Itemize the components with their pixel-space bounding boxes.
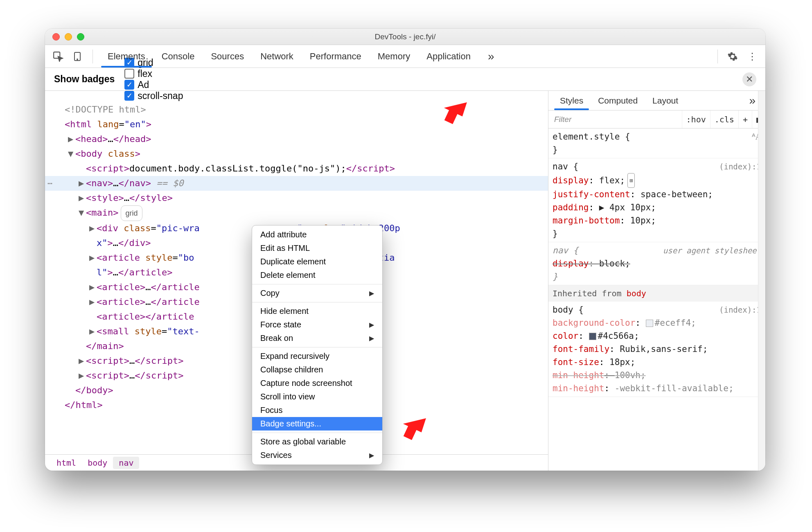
window-title: DevTools - jec.fyi/ (45, 32, 765, 41)
tab-console[interactable]: Console (153, 45, 203, 68)
dom-node[interactable]: ▶<style>…</style> (45, 191, 548, 205)
show-badges-label: Show badges (54, 74, 115, 85)
context-menu-item[interactable]: Duplicate element (252, 255, 382, 268)
styles-rules[interactable]: element.style {ᴬA}(index):1nav { display… (548, 128, 765, 471)
annotation-arrow-icon (393, 405, 430, 449)
context-menu-item[interactable]: Expand recursively (252, 349, 382, 363)
tab-performance[interactable]: Performance (302, 45, 370, 68)
dom-node[interactable]: ▼<main>grid (45, 205, 548, 221)
styles-scrollbar[interactable] (758, 91, 765, 471)
main-toolbar: ElementsConsoleSourcesNetworkPerformance… (45, 45, 765, 68)
svg-point-2 (77, 59, 78, 60)
context-menu-item[interactable]: Add attribute (252, 228, 382, 241)
minimize-window-button[interactable] (65, 33, 72, 41)
badge-checkbox-flex[interactable]: flex (124, 68, 183, 79)
context-menu-item[interactable]: Focus (252, 404, 382, 417)
styles-toolbar-button[interactable]: :hov (682, 110, 710, 128)
context-menu-item[interactable]: Copy▶ (252, 286, 382, 300)
badge-checkbox-ad[interactable]: ✓Ad (124, 79, 183, 90)
tab-memory[interactable]: Memory (370, 45, 418, 68)
context-menu-item[interactable]: Store as global variable (252, 435, 382, 449)
context-menu-item[interactable]: Edit as HTML (252, 241, 382, 255)
dom-node[interactable]: <!DOCTYPE html> (45, 102, 548, 117)
annotation-arrow-icon (434, 89, 471, 133)
context-menu-item[interactable]: Delete element (252, 268, 382, 282)
styles-tab-layout[interactable]: Layout (645, 91, 686, 110)
context-menu-item[interactable]: Collapse children (252, 363, 382, 376)
panel-tabs: ElementsConsoleSourcesNetworkPerformance… (99, 45, 479, 68)
context-menu-item[interactable]: Break on▶ (252, 331, 382, 345)
styles-filter-input[interactable]: Filter (548, 115, 682, 124)
more-tabs-icon[interactable]: » (482, 50, 500, 63)
styles-tabs: StylesComputedLayout» (548, 91, 765, 110)
maximize-window-button[interactable] (77, 33, 84, 41)
close-badges-bar-icon[interactable]: ✕ (742, 72, 756, 86)
tab-sources[interactable]: Sources (203, 45, 252, 68)
dom-node[interactable]: ▶<nav>…</nav> == $0 (45, 176, 548, 191)
dom-node[interactable]: <html lang="en"> (45, 117, 548, 132)
context-menu-item[interactable]: Hide element (252, 304, 382, 318)
dom-node[interactable]: <script>document.body.classList.toggle("… (45, 161, 548, 176)
inspect-element-icon[interactable] (50, 48, 66, 65)
styles-pane: StylesComputedLayout» Filter :hov.cls+◧ … (548, 91, 765, 471)
context-menu-item[interactable]: Badge settings... (252, 417, 382, 431)
badges-bar: Show badges ✓gridflex✓Ad✓scroll-snap ✕ (45, 68, 765, 91)
styles-toolbar-button[interactable]: .cls (710, 110, 738, 128)
close-window-button[interactable] (52, 33, 60, 41)
context-menu-item[interactable]: Capture node screenshot (252, 376, 382, 390)
tab-elements[interactable]: Elements (99, 45, 153, 68)
dom-node[interactable]: ▼<body class> (45, 147, 548, 161)
traffic-lights (45, 33, 84, 41)
styles-tab-styles[interactable]: Styles (553, 91, 591, 110)
tab-network[interactable]: Network (252, 45, 302, 68)
breadcrumb-item[interactable]: html (51, 457, 82, 469)
styles-tab-computed[interactable]: Computed (591, 91, 645, 110)
window-titlebar: DevTools - jec.fyi/ (45, 29, 765, 45)
styles-filter-row: Filter :hov.cls+◧ (548, 110, 765, 128)
context-menu[interactable]: Add attributeEdit as HTMLDuplicate eleme… (252, 225, 383, 465)
settings-gear-icon[interactable] (724, 48, 741, 65)
context-menu-item[interactable]: Scroll into view (252, 390, 382, 404)
dom-node[interactable]: ▶<head>…</head> (45, 132, 548, 147)
tab-application[interactable]: Application (418, 45, 479, 68)
breadcrumb-item[interactable]: nav (113, 457, 139, 469)
styles-toolbar-button[interactable]: + (738, 110, 752, 128)
more-menu-icon[interactable]: ⋮ (744, 48, 760, 65)
breadcrumb-item[interactable]: body (82, 457, 113, 469)
context-menu-item[interactable]: Force state▶ (252, 318, 382, 331)
device-toolbar-icon[interactable] (70, 48, 86, 65)
context-menu-item[interactable]: Services▶ (252, 449, 382, 462)
